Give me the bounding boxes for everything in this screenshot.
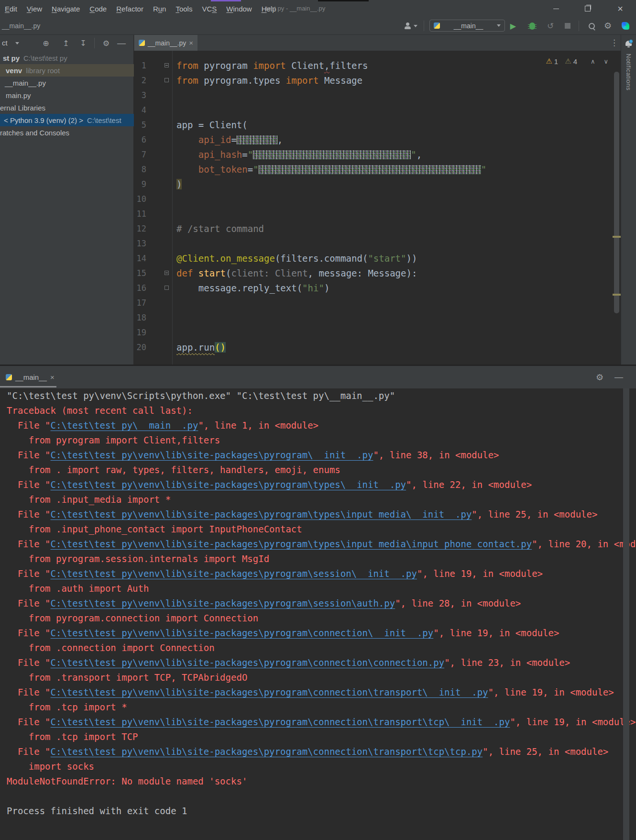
console-line: from .input_phone_contact import InputPh…: [7, 522, 636, 537]
scrollbar-warning-mark[interactable]: [613, 236, 621, 238]
tree-row[interactable]: ernal Libraries: [0, 101, 134, 114]
editor-scrollbar[interactable]: [614, 72, 619, 313]
tree-row[interactable]: ratches and Consoles: [0, 126, 134, 139]
run-button[interactable]: ▶: [506, 17, 520, 34]
minimize-button[interactable]: [548, 0, 564, 17]
console-line: File "C:\test\test py\__main__.py", line…: [7, 418, 636, 433]
stop-icon: [565, 23, 570, 29]
menu-tools[interactable]: Tools: [171, 5, 197, 13]
hide-panel-button[interactable]: —: [116, 35, 127, 51]
run-configuration-select[interactable]: __main__: [429, 20, 505, 32]
maximize-button[interactable]: [580, 0, 596, 17]
breadcrumb[interactable]: __main__.py: [2, 17, 40, 34]
stack-trace-link[interactable]: C:\test\test py\venv\lib\site-packages\p…: [51, 598, 395, 608]
console-text: File ": [7, 657, 51, 668]
settings-button[interactable]: ⚙: [601, 17, 615, 34]
stack-trace-link[interactable]: C:\test\test py\venv\lib\site-packages\p…: [51, 450, 373, 460]
console-line: File "C:\test\test py\venv\lib\site-pack…: [7, 744, 636, 759]
close-icon[interactable]: ×: [50, 373, 55, 381]
code-token: (): [215, 342, 226, 353]
stack-trace-link[interactable]: C:\test\test py\venv\lib\site-packages\p…: [51, 717, 510, 727]
coverage-icon: ↺: [547, 21, 554, 31]
menu-run[interactable]: Run: [148, 5, 171, 13]
line-number: 3: [134, 88, 146, 103]
tab-main-py[interactable]: __main__.py ×: [134, 35, 197, 51]
user-menu-button[interactable]: [403, 17, 419, 34]
menu-navigate[interactable]: Navigate: [47, 5, 85, 13]
fold-marker-icon[interactable]: [164, 78, 169, 82]
fold-marker-icon[interactable]: [164, 286, 169, 290]
console-text: from pyrogram import Client,filters: [7, 435, 220, 445]
console-text: File ": [7, 479, 51, 490]
code-text: [172, 310, 176, 325]
title-bar: EditViewNavigateCodeRefactorRunToolsVCSW…: [0, 0, 636, 17]
console-text: ", line 23, in <module>: [444, 657, 570, 668]
project-view-title[interactable]: ct: [2, 35, 8, 51]
menu-code[interactable]: Code: [85, 5, 111, 13]
close-button[interactable]: ×: [612, 0, 628, 17]
run-console[interactable]: "C:\test\test py\venv\Scripts\python.exe…: [0, 388, 636, 840]
editor-options-menu[interactable]: ⋮: [610, 35, 618, 51]
tree-row[interactable]: st pyC:\test\test py: [0, 52, 134, 64]
next-problem-button[interactable]: ∨: [603, 58, 608, 65]
menu-edit[interactable]: Edit: [0, 5, 22, 13]
menu-refactor[interactable]: Refactor: [111, 5, 148, 13]
stack-trace-link[interactable]: C:\test\test py\venv\lib\site-packages\p…: [51, 687, 488, 697]
previous-problem-button[interactable]: ∧: [591, 58, 595, 65]
collapse-all-button[interactable]: ↧: [77, 35, 89, 51]
code-token: =: [231, 134, 236, 145]
close-icon[interactable]: ×: [189, 39, 193, 47]
stack-trace-link[interactable]: C:\test\test py\venv\lib\site-packages\p…: [51, 568, 417, 579]
scrollbar-warning-mark[interactable]: [613, 294, 621, 296]
tree-row[interactable]: main.py: [0, 89, 134, 101]
notifications-bell-icon[interactable]: [625, 41, 632, 46]
menu-view[interactable]: View: [22, 5, 47, 13]
tree-item-label: __main__.py: [5, 79, 46, 87]
fold-marker-icon[interactable]: [164, 63, 169, 67]
warning-icon: ⚠: [546, 57, 552, 66]
code-editor[interactable]: 1from pyrogram import Client,filters2fro…: [134, 51, 621, 366]
console-scrollbar[interactable]: [623, 388, 629, 840]
line-number: 16: [134, 281, 146, 296]
code-text: api_id=,: [172, 133, 283, 147]
run-tab[interactable]: __main__ ×: [2, 369, 58, 385]
console-settings-button[interactable]: ⚙: [593, 366, 606, 388]
tree-row[interactable]: venvlibrary root: [0, 64, 134, 77]
code-token: ,: [417, 149, 422, 160]
stack-trace-link[interactable]: C:\test\test py\venv\lib\site-packages\p…: [51, 657, 445, 668]
stack-trace-link[interactable]: C:\test\test py\venv\lib\site-packages\p…: [51, 746, 483, 757]
stack-trace-link[interactable]: C:\test\test py\__main__.py: [51, 420, 198, 431]
stack-trace-link[interactable]: C:\test\test py\venv\lib\site-packages\p…: [51, 509, 472, 519]
gutter: [146, 340, 172, 355]
panel-settings-button[interactable]: ⚙: [100, 35, 112, 51]
run-with-coverage-button[interactable]: ↺: [543, 17, 558, 34]
search-everywhere-button[interactable]: [584, 17, 599, 34]
console-line: File "C:\test\test py\venv\lib\site-pack…: [7, 507, 636, 522]
code-text: app = Client(: [172, 118, 248, 133]
locate-file-button[interactable]: ⊕: [40, 35, 52, 51]
gutter: [146, 58, 172, 73]
console-line: [7, 789, 636, 804]
menu-window[interactable]: Window: [221, 5, 256, 13]
fold-marker-icon[interactable]: [164, 271, 169, 275]
stack-trace-link[interactable]: C:\test\test py\venv\lib\site-packages\p…: [51, 539, 532, 549]
notifications-stripe-label[interactable]: Notifications: [625, 54, 632, 90]
code-token: app = Client(: [176, 120, 248, 130]
code-token: app.run: [176, 342, 215, 353]
ide-features-button[interactable]: [618, 17, 633, 34]
menu-vcs[interactable]: VCS: [197, 5, 221, 13]
code-token: @Client.on_message: [176, 253, 275, 264]
line-number: 9: [134, 177, 146, 192]
debug-button[interactable]: [525, 17, 539, 34]
tree-item-detail: library root: [26, 66, 60, 75]
tree-item-detail: C:\test\test: [87, 116, 121, 124]
tree-row[interactable]: < Python 3.9 (venv) (2) >C:\test\test: [0, 114, 134, 126]
stack-trace-link[interactable]: C:\test\test py\venv\lib\site-packages\p…: [51, 628, 434, 638]
tree-row[interactable]: __main__.py: [0, 77, 134, 89]
stop-button[interactable]: [560, 17, 575, 34]
gutter: [146, 88, 172, 103]
stack-trace-link[interactable]: C:\test\test py\venv\lib\site-packages\p…: [51, 479, 406, 490]
inspection-widget[interactable]: ⚠ 1 ⚠ 4 ∧ ∨: [546, 57, 608, 66]
hide-console-button[interactable]: —: [612, 366, 625, 388]
expand-all-button[interactable]: ↥: [60, 35, 72, 51]
